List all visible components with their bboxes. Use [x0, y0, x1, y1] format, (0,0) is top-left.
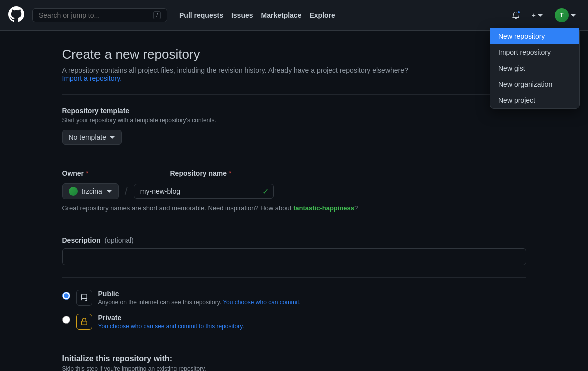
dropdown-new-project[interactable]: New project	[490, 92, 579, 108]
private-radio[interactable]	[62, 316, 70, 324]
public-icon	[76, 290, 92, 306]
main-nav: Pull requests Issues Marketplace Explore	[179, 12, 508, 20]
divider-2	[62, 157, 526, 158]
public-radio[interactable]	[62, 292, 70, 300]
template-button-label: No template	[69, 134, 106, 142]
template-label: Repository template	[62, 107, 526, 115]
repo-name-label: Repository name	[170, 170, 227, 178]
avatar: T	[555, 8, 569, 22]
initialize-section: Initialize this repository with: Skip th…	[62, 354, 526, 371]
divider-1	[62, 94, 526, 95]
import-link[interactable]: Import a repository.	[62, 74, 122, 82]
plus-menu-button[interactable]: +	[528, 10, 547, 22]
private-text: Private You choose who can see and commi…	[98, 314, 244, 330]
notifications-button[interactable]	[508, 10, 524, 22]
divider-5	[62, 342, 526, 342]
owner-repo-section: Owner * Repository name * trzcina / ✓	[62, 170, 526, 212]
template-button[interactable]: No template	[62, 130, 122, 145]
description-label: Description	[62, 236, 101, 244]
github-logo[interactable]	[8, 6, 24, 24]
template-hint: Start your repository with a template re…	[62, 117, 526, 124]
owner-repo-labels: Owner * Repository name *	[62, 170, 526, 178]
nav-issues[interactable]: Issues	[231, 12, 253, 20]
notification-dot	[517, 10, 521, 14]
plus-dropdown-menu: New repository Import repository New gis…	[490, 28, 580, 109]
nav-pull-requests[interactable]: Pull requests	[179, 12, 223, 20]
search-bar[interactable]: /	[32, 8, 167, 22]
init-subtitle: Skip this step if you're importing an ex…	[62, 366, 526, 371]
top-navigation: / Pull requests Issues Marketplace Explo…	[0, 0, 588, 31]
plus-icon: +	[532, 12, 536, 20]
dropdown-new-gist[interactable]: New gist	[490, 60, 579, 76]
main-content: Create a new repository A repository con…	[54, 31, 534, 371]
private-option: Private You choose who can see and commi…	[62, 314, 526, 330]
search-slash-icon: /	[153, 12, 161, 20]
dropdown-new-organization[interactable]: New organization	[490, 76, 579, 92]
repo-name-input[interactable]	[134, 184, 274, 199]
visibility-section: Public Anyone on the internet can see th…	[62, 290, 526, 330]
dropdown-new-repository[interactable]: New repository	[490, 28, 579, 44]
nav-explore[interactable]: Explore	[309, 12, 335, 20]
divider-3	[62, 224, 526, 224]
description-section: Description (optional)	[62, 236, 526, 266]
owner-repo-row: trzcina / ✓	[62, 184, 526, 200]
owner-name: trzcina	[82, 188, 102, 196]
private-label: Private	[98, 314, 244, 322]
page-title: Create a new repository	[62, 47, 526, 62]
repo-name-required-star: *	[229, 170, 231, 178]
repo-name-wrapper: ✓	[134, 184, 274, 199]
repo-name-valid-icon: ✓	[262, 187, 269, 196]
nav-marketplace[interactable]: Marketplace	[261, 12, 302, 20]
header-actions: + T	[508, 6, 580, 24]
public-text: Public Anyone on the internet can see th…	[98, 290, 301, 306]
search-input[interactable]	[39, 12, 149, 20]
dropdown-import-repository[interactable]: Import repository	[490, 44, 579, 60]
owner-required-star: *	[86, 170, 88, 178]
template-section: Repository template Start your repositor…	[62, 107, 526, 145]
private-icon	[76, 314, 92, 330]
public-desc: Anyone on the internet can see this repo…	[98, 299, 301, 306]
init-title: Initialize this repository with:	[62, 354, 526, 364]
owner-avatar	[69, 187, 78, 196]
name-suggestion: Great repository names are short and mem…	[62, 204, 526, 212]
public-label: Public	[98, 290, 301, 298]
suggestion-link[interactable]: fantastic-happiness	[293, 204, 354, 212]
public-option: Public Anyone on the internet can see th…	[62, 290, 526, 306]
slash-separator: /	[125, 185, 128, 198]
owner-select-button[interactable]: trzcina	[62, 184, 119, 200]
divider-4	[62, 278, 526, 278]
private-desc: You choose who can see and commit to thi…	[98, 323, 244, 330]
owner-label: Owner	[62, 170, 84, 178]
description-input[interactable]	[62, 248, 526, 266]
page-subtitle: A repository contains all project files,…	[62, 66, 526, 82]
user-menu-button[interactable]: T	[551, 6, 580, 24]
description-optional: (optional)	[104, 236, 133, 244]
